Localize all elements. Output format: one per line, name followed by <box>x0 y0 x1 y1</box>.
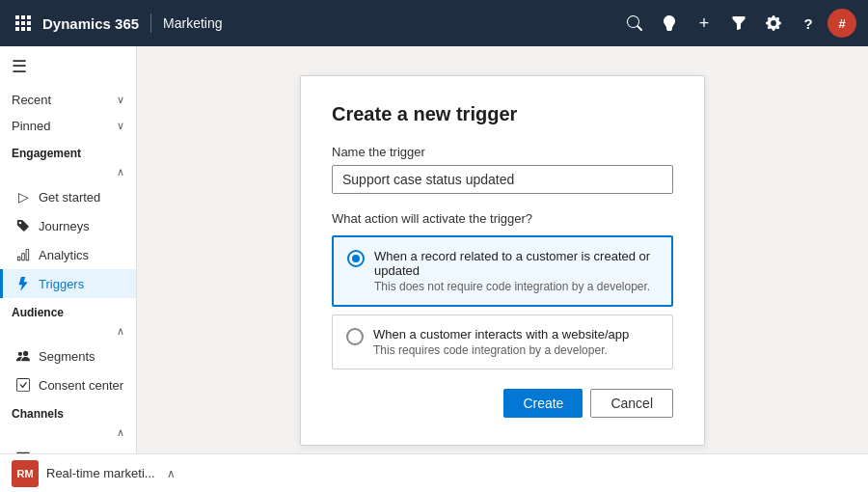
triggers-label: Triggers <box>39 277 84 291</box>
cancel-button[interactable]: Cancel <box>590 389 673 418</box>
pinned-chevron: ∨ <box>117 120 124 132</box>
hamburger-menu[interactable]: ☰ <box>0 46 136 87</box>
sidebar-item-segments[interactable]: Segments <box>0 342 136 370</box>
bottom-arrow-icon[interactable]: ∧ <box>167 467 176 480</box>
nav-divider <box>150 14 151 33</box>
svg-rect-8 <box>27 27 31 31</box>
filter-icon[interactable] <box>723 8 754 39</box>
svg-rect-3 <box>15 21 19 25</box>
recent-chevron: ∨ <box>117 94 124 106</box>
waffle-icon[interactable] <box>12 12 35 35</box>
pinned-label: Pinned <box>12 119 50 133</box>
triggers-icon <box>15 276 31 291</box>
sidebar-item-journeys[interactable]: Journeys <box>0 211 136 240</box>
consent-label: Consent center <box>39 378 123 393</box>
record-option-sub: This does not require code integration b… <box>374 280 658 293</box>
svg-rect-2 <box>27 15 31 19</box>
audience-collapse[interactable]: ∧ <box>0 323 136 342</box>
module-name: Marketing <box>163 15 222 31</box>
dialog-actions: Create Cancel <box>332 389 673 418</box>
analytics-icon <box>15 247 31 262</box>
sidebar-item-consent[interactable]: Consent center <box>0 370 136 399</box>
svg-rect-4 <box>21 21 25 25</box>
svg-rect-5 <box>27 21 31 25</box>
journeys-label: Journeys <box>39 219 90 233</box>
create-trigger-dialog: Create a new trigger Name the trigger Wh… <box>300 75 705 446</box>
dialog-title: Create a new trigger <box>332 103 673 125</box>
channels-collapse[interactable]: ∧ <box>0 424 136 443</box>
top-navigation: Dynamics 365 Marketing + ? # <box>0 0 868 46</box>
help-icon[interactable]: ? <box>793 8 824 39</box>
user-avatar[interactable]: # <box>827 9 856 38</box>
lightbulb-icon[interactable] <box>654 8 685 39</box>
question-label: What action will activate the trigger? <box>332 211 673 226</box>
record-option[interactable]: When a record related to a customer is c… <box>332 235 673 307</box>
main-content: Create a new trigger Name the trigger Wh… <box>137 46 868 453</box>
bottom-bar: RM Real-time marketi... ∧ <box>0 453 868 492</box>
engagement-collapse[interactable]: ∧ <box>0 164 136 182</box>
sidebar-item-analytics[interactable]: Analytics <box>0 240 136 269</box>
svg-rect-7 <box>21 27 25 31</box>
segments-icon <box>15 348 31 364</box>
website-option-main: When a customer interacts with a website… <box>373 327 629 342</box>
svg-rect-0 <box>15 15 19 19</box>
website-option-text: When a customer interacts with a website… <box>373 327 629 357</box>
sidebar: ☰ Recent ∨ Pinned ∨ Engagement ∧ ▷ Get s… <box>0 46 137 453</box>
channels-group-label: Channels <box>0 399 136 424</box>
website-option-sub: This requires code integration by a deve… <box>373 343 629 357</box>
website-radio-button[interactable] <box>346 328 364 345</box>
search-icon[interactable] <box>619 8 650 39</box>
field-label: Name the trigger <box>332 145 673 159</box>
sidebar-item-get-started[interactable]: ▷ Get started <box>0 182 136 211</box>
sidebar-item-emails[interactable]: Emails <box>0 443 136 453</box>
sidebar-item-label: Get started <box>39 190 100 205</box>
bottom-avatar: RM <box>12 460 39 487</box>
consent-icon <box>15 377 31 393</box>
nav-icons-group: + ? # <box>619 8 856 39</box>
record-radio-button[interactable] <box>347 250 365 267</box>
pinned-section[interactable]: Pinned ∨ <box>0 113 136 139</box>
svg-rect-1 <box>21 15 25 19</box>
trigger-name-input[interactable] <box>332 165 673 194</box>
add-icon[interactable]: + <box>689 8 719 39</box>
audience-group-label: Audience <box>0 298 136 323</box>
record-option-main: When a record related to a customer is c… <box>374 249 658 278</box>
get-started-icon: ▷ <box>15 189 31 205</box>
settings-icon[interactable] <box>758 8 789 39</box>
recent-label: Recent <box>12 93 51 107</box>
sidebar-item-triggers[interactable]: Triggers <box>0 269 136 298</box>
analytics-label: Analytics <box>39 248 89 262</box>
journeys-icon <box>15 218 31 233</box>
segments-label: Segments <box>39 349 95 364</box>
engagement-group-label: Engagement <box>0 139 136 164</box>
create-button[interactable]: Create <box>503 389 583 418</box>
svg-rect-6 <box>15 27 19 31</box>
record-option-text: When a record related to a customer is c… <box>374 249 658 293</box>
app-name: Dynamics 365 <box>42 15 139 32</box>
website-option[interactable]: When a customer interacts with a website… <box>332 314 673 369</box>
bottom-user-text: Real-time marketi... <box>46 466 155 480</box>
recent-section[interactable]: Recent ∨ <box>0 87 136 113</box>
